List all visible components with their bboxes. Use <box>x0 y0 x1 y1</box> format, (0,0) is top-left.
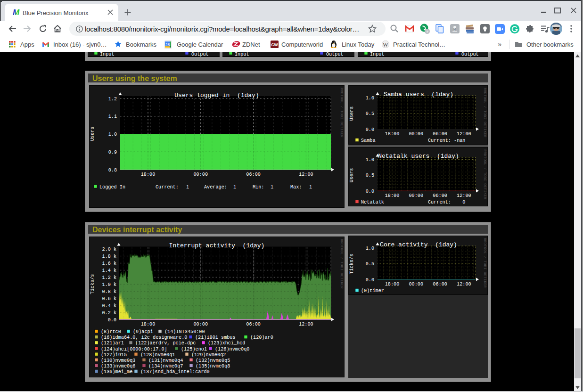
svg-text:(127)i915: (127)i915 <box>101 352 127 358</box>
svg-text:M: M <box>13 8 20 16</box>
svg-text:1.0 k: 1.0 k <box>102 282 116 287</box>
svg-text:1.1: 1.1 <box>108 114 117 119</box>
svg-text:(21)i801_smbus: (21)i801_smbus <box>195 335 236 340</box>
svg-text:(120)ar0: (120)ar0 <box>250 335 273 340</box>
svg-text:1.0: 1.0 <box>366 246 374 251</box>
svg-text:Current:: Current: <box>156 185 179 190</box>
svg-text:(128)nvme0q1: (128)nvme0q1 <box>140 352 175 358</box>
svg-text:Output: Output <box>461 52 479 57</box>
svg-text:R: R <box>453 27 457 32</box>
svg-text:RRDTOOL / TOBI OETIKER: RRDTOOL / TOBI OETIKER <box>340 239 344 289</box>
svg-text:12:00: 12:00 <box>457 193 471 198</box>
svg-text:Min:: Min: <box>253 185 264 190</box>
svg-text:0.4 k: 0.4 k <box>102 303 116 309</box>
svg-text:Interrupt activity (1day): Interrupt activity (1day) <box>169 242 265 249</box>
svg-text:18:00: 18:00 <box>385 282 400 287</box>
svg-text:Input: Input <box>370 52 385 57</box>
svg-text:(130)nvme0q3: (130)nvme0q3 <box>101 358 135 363</box>
svg-text:18:00: 18:00 <box>141 322 156 327</box>
svg-text:1.0: 1.0 <box>366 157 374 163</box>
svg-text:(129)nvme0q2: (129)nvme0q2 <box>191 352 226 358</box>
svg-text:W: W <box>383 41 388 48</box>
svg-text:0.0: 0.0 <box>366 189 374 194</box>
svg-text:(124)ahci[0000:00:17.0]: (124)ahci[0000:00:17.0] <box>101 347 167 352</box>
svg-text:06:00: 06:00 <box>433 193 447 198</box>
svg-text:(135)nvme0q8: (135)nvme0q8 <box>196 364 230 369</box>
svg-text:1.2: 1.2 <box>108 97 117 102</box>
svg-text:Input: Input <box>235 52 249 57</box>
svg-text:12:00: 12:00 <box>299 172 313 177</box>
svg-text:(132)nvme0q5: (132)nvme0q5 <box>196 358 230 363</box>
svg-text:18:00: 18:00 <box>385 131 400 137</box>
svg-text:00:00: 00:00 <box>409 282 424 287</box>
svg-text:Current: 0: Current: 0 <box>428 200 465 205</box>
svg-text:0.2 k: 0.2 k <box>102 310 116 316</box>
svg-text:(9)acpi: (9)acpi <box>133 329 153 335</box>
svg-text:0.5: 0.5 <box>366 261 374 267</box>
svg-text:1.2 k: 1.2 k <box>102 275 116 280</box>
svg-text:(121)ar1: (121)ar1 <box>101 341 124 346</box>
svg-text:0.8 k: 0.8 k <box>102 289 116 294</box>
svg-text:1.8 k: 1.8 k <box>102 254 116 259</box>
svg-text:Netatalk: Netatalk <box>361 200 384 205</box>
svg-text:0.8: 0.8 <box>108 168 117 173</box>
svg-text:Samba: Samba <box>361 138 376 143</box>
svg-text:RRDTOOL / TOBI OETIKER: RRDTOOL / TOBI OETIKER <box>483 238 487 288</box>
svg-text:1.0: 1.0 <box>108 132 117 137</box>
svg-text:Output: Output <box>191 52 209 57</box>
svg-text:Users logged in (1day): Users logged in (1day) <box>174 92 259 99</box>
svg-text:00:00: 00:00 <box>409 193 424 198</box>
svg-text:(123)xhci_hcd: (123)xhci_hcd <box>208 341 245 346</box>
svg-text:RRDTOOL / TOBI OETIKER: RRDTOOL / TOBI OETIKER <box>483 88 487 138</box>
svg-text:06:00: 06:00 <box>246 172 261 177</box>
svg-text:1: 1 <box>271 185 273 190</box>
svg-text:12:00: 12:00 <box>299 322 313 327</box>
svg-text:0.9: 0.9 <box>108 150 117 155</box>
svg-text:Netatalk users (1day): Netatalk users (1day) <box>378 153 459 160</box>
svg-text:Max:: Max: <box>290 185 302 190</box>
svg-text:(134)nvme0q7: (134)nvme0q7 <box>148 364 183 369</box>
svg-text:(0)timer: (0)timer <box>361 288 384 294</box>
svg-text:28: 28 <box>165 42 170 47</box>
svg-text:(16)idma64.0, i2c_designware.0: (16)idma64.0, i2c_designware.0 <box>101 335 187 340</box>
svg-text:Users: Users <box>349 168 354 183</box>
svg-text:(126)nvme0q0: (126)nvme0q0 <box>215 347 249 352</box>
svg-text:Core activity (1day): Core activity (1day) <box>380 241 457 248</box>
svg-text:18:00: 18:00 <box>141 172 156 177</box>
svg-text:1: 1 <box>233 185 236 190</box>
svg-text:06:00: 06:00 <box>246 322 261 327</box>
svg-text:?: ? <box>426 30 428 34</box>
svg-text:RRDTOOL / TOBI OETIKER: RRDTOOL / TOBI OETIKER <box>483 149 487 199</box>
svg-text:06:00: 06:00 <box>433 131 447 137</box>
svg-text:1: 1 <box>186 185 189 190</box>
svg-text:00:00: 00:00 <box>194 322 208 327</box>
svg-text:0.0: 0.0 <box>366 127 374 132</box>
svg-text:00:00: 00:00 <box>409 131 424 137</box>
svg-text:2.0 k: 2.0 k <box>102 247 116 252</box>
svg-text:06:00: 06:00 <box>433 282 447 287</box>
svg-text:Ticks/s: Ticks/s <box>90 274 95 294</box>
svg-text:(8)rtc0: (8)rtc0 <box>101 329 121 335</box>
svg-text:CW: CW <box>271 42 278 47</box>
svg-text:00:00: 00:00 <box>194 172 208 177</box>
svg-text:1: 1 <box>309 185 312 190</box>
svg-text:0.0: 0.0 <box>108 318 116 323</box>
svg-text:0.0: 0.0 <box>366 278 374 283</box>
svg-text:Logged In: Logged In <box>99 185 125 190</box>
svg-text:(14)INT3450:00: (14)INT3450:00 <box>164 329 205 335</box>
svg-text:1.0: 1.0 <box>366 96 374 101</box>
svg-text:Input: Input <box>100 52 115 57</box>
svg-text:12:00: 12:00 <box>457 282 471 287</box>
svg-text:0.6 k: 0.6 k <box>102 296 116 302</box>
svg-text:(122)aerdrv, pcie-dpc: (122)aerdrv, pcie-dpc <box>135 341 196 346</box>
svg-text:18:00: 18:00 <box>385 193 400 198</box>
svg-text:1.4 k: 1.4 k <box>102 268 116 273</box>
svg-text:Output: Output <box>326 52 344 57</box>
svg-text:1.6 k: 1.6 k <box>102 261 116 266</box>
svg-text:(137)snd_hda_intel:card0: (137)snd_hda_intel:card0 <box>140 369 210 375</box>
svg-text:Users: Users <box>349 106 354 121</box>
svg-text:0.5: 0.5 <box>366 111 374 116</box>
svg-text:(125)eno1: (125)eno1 <box>181 347 207 352</box>
svg-text:Samba users (1day): Samba users (1day) <box>384 91 453 98</box>
svg-text:(131)nvme0q4: (131)nvme0q4 <box>148 358 183 363</box>
